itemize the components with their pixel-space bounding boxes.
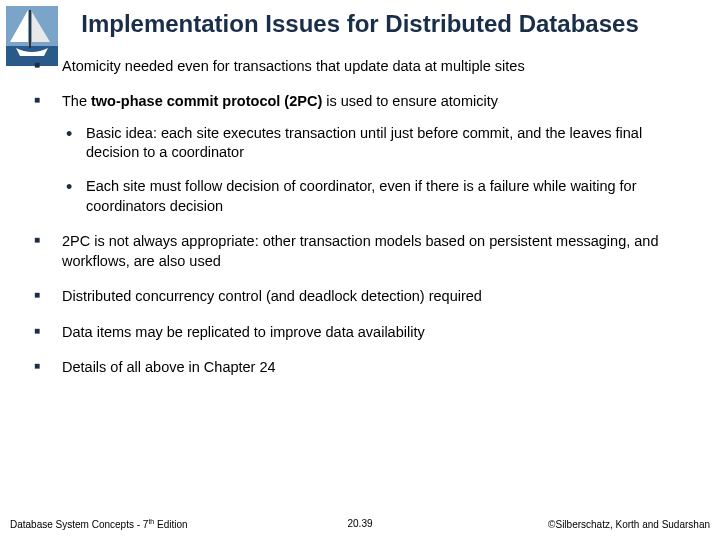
bullet-item: The two-phase commit protocol (2PC) is u… [34,92,686,216]
sub-bullet-list: Basic idea: each site executes transacti… [62,124,686,216]
bullet-list: Atomicity needed even for transactions t… [34,57,686,378]
slide: Implementation Issues for Distributed Da… [0,0,720,540]
bullet-item: Distributed concurrency control (and dea… [34,287,686,307]
bullet-text: The [62,93,91,109]
footer-center: 20.39 [347,518,372,529]
bullet-item: Atomicity needed even for transactions t… [34,57,686,77]
footer-right: ©Silberschatz, Korth and Sudarshan [548,519,710,530]
footer-left-text: Database System Concepts - 7 [10,519,148,530]
footer-left-text: Edition [154,519,187,530]
sub-bullet-item: Each site must follow decision of coordi… [62,177,686,216]
footer-left: Database System Concepts - 7th Edition [10,518,188,530]
bullet-bold: two-phase commit protocol (2PC) [91,93,322,109]
footer: Database System Concepts - 7th Edition 2… [0,518,720,530]
bullet-item: Details of all above in Chapter 24 [34,358,686,378]
bullet-item: Data items may be replicated to improve … [34,323,686,343]
slide-body: Atomicity needed even for transactions t… [0,39,720,378]
sub-bullet-item: Basic idea: each site executes transacti… [62,124,686,163]
svg-rect-4 [29,10,31,48]
bullet-item: 2PC is not always appropriate: other tra… [34,232,686,271]
bullet-text: is used to ensure atomicity [322,93,498,109]
slide-title: Implementation Issues for Distributed Da… [0,0,720,39]
